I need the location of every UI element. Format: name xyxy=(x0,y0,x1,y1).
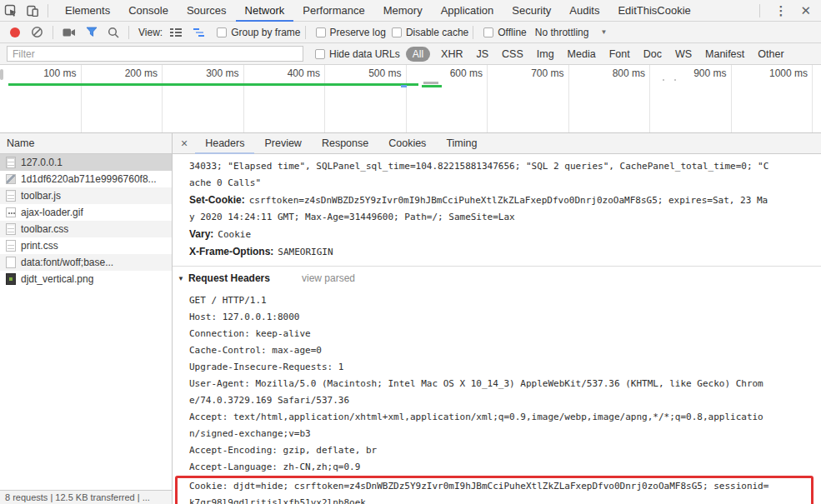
file-type-icon xyxy=(6,223,16,235)
device-toolbar-icon[interactable] xyxy=(22,0,43,21)
resource-type-filter[interactable]: CSS xyxy=(495,47,530,62)
throttling-dropdown[interactable]: No throttling ▼ xyxy=(535,27,608,38)
overview-tick-label: 700 ms xyxy=(531,65,568,79)
overview-tick-label: 100 ms xyxy=(43,65,80,79)
overview-gridline: 800 ms xyxy=(569,65,651,132)
more-options-icon[interactable]: ⋮ xyxy=(764,3,797,18)
resource-type-filter[interactable]: WS xyxy=(668,47,698,62)
preserve-log-checkbox[interactable] xyxy=(316,27,326,37)
filter-input[interactable] xyxy=(7,46,303,62)
panel-tab[interactable]: Audits xyxy=(560,0,608,22)
resource-type-filter[interactable]: Font xyxy=(603,47,637,62)
resource-type-filter[interactable]: Other xyxy=(751,47,790,62)
file-type-icon xyxy=(6,157,16,168)
panel-tab[interactable]: Sources xyxy=(178,0,236,22)
raw-header-line: Accept: text/html,application/xhtml+xml,… xyxy=(189,409,814,426)
resource-type-filter[interactable]: Doc xyxy=(637,47,668,62)
resource-type-filter[interactable]: XHR xyxy=(434,47,469,62)
overview-tick-label: 1000 ms xyxy=(769,65,812,79)
request-row[interactable]: data:font/woff;base... xyxy=(0,254,172,271)
disable-cache-label: Disable cache xyxy=(406,27,468,38)
request-headers-raw: GET / HTTP/1.1 Host: 127.0.0.1:8000 Conn… xyxy=(189,292,814,476)
close-details-icon[interactable]: × xyxy=(173,137,195,150)
details-tab[interactable]: Headers xyxy=(195,133,254,154)
overview-drag-handle[interactable] xyxy=(0,69,3,80)
cookie-highlight-box: Cookie: djdt=hide; csrftoken=z4sDnWBZDz5… xyxy=(175,476,813,504)
request-name: data:font/woff;base... xyxy=(21,257,113,268)
divider xyxy=(759,4,760,17)
request-row[interactable]: toolbar.js xyxy=(0,187,172,204)
overview-request-bar xyxy=(423,82,438,84)
header-name: X-Frame-Options: xyxy=(189,246,273,257)
panel-tabs: Elements Console Sources Network Perform… xyxy=(56,0,700,22)
view-parsed-link[interactable]: view parsed xyxy=(302,272,355,284)
details-tab[interactable]: Response xyxy=(312,133,378,154)
panel-tab[interactable]: Memory xyxy=(374,0,432,22)
overview-tick-label: 400 ms xyxy=(288,65,324,79)
request-row[interactable]: 1d1df6220ab711e9996760f8... xyxy=(0,171,172,187)
request-headers-section-header[interactable]: ▼Request Headersview parsed xyxy=(178,270,814,287)
header-value: SAMEORIGIN xyxy=(278,247,333,257)
resource-type-filter[interactable]: All xyxy=(406,47,430,62)
panel-tab[interactable]: Security xyxy=(503,0,560,22)
header-name: Vary: xyxy=(189,228,213,240)
timeline-overview[interactable]: 100 ms 200 ms 300 ms 400 ms 500 ms xyxy=(0,65,821,133)
overview-tick-label: 800 ms xyxy=(613,65,649,79)
resource-type-filter[interactable]: Media xyxy=(561,47,603,62)
request-row[interactable]: 127.0.0.1 xyxy=(0,154,172,171)
devtools-window: Elements Console Sources Network Perform… xyxy=(0,0,821,504)
overview-dots xyxy=(663,79,664,81)
file-type-icon xyxy=(6,257,16,268)
filter-icon[interactable] xyxy=(86,27,98,37)
inspect-element-icon[interactable] xyxy=(0,0,22,21)
resource-type-filter[interactable]: Img xyxy=(530,47,561,62)
details-tab[interactable]: Timing xyxy=(436,133,487,154)
cookie-header-line: Cookie: djdt=hide; csrftoken=z4sDnWBZDz5… xyxy=(189,478,811,495)
panel-tab[interactable]: Console xyxy=(119,0,178,22)
panel-tab[interactable]: Performance xyxy=(293,0,373,22)
header-value: Cookie xyxy=(218,229,251,240)
hide-data-urls-checkbox[interactable] xyxy=(315,49,325,59)
close-icon[interactable]: ✕ xyxy=(797,3,821,18)
header-value: 34033; "Elapsed time", SQLPanel_sql_time… xyxy=(189,161,768,172)
details-tab[interactable]: Preview xyxy=(254,133,311,154)
request-row[interactable]: print.css xyxy=(0,237,172,254)
panel-tab[interactable]: EditThisCookie xyxy=(608,0,699,22)
divider xyxy=(473,26,473,39)
record-button[interactable] xyxy=(10,27,20,37)
request-row[interactable]: toolbar.css xyxy=(0,221,172,237)
waterfall-icon[interactable] xyxy=(193,27,206,37)
devtools-tab-bar: Elements Console Sources Network Perform… xyxy=(0,0,821,22)
raw-header-line: n/signed-exchange;v=b3 xyxy=(189,426,814,442)
overview-gridline: 700 ms xyxy=(488,65,569,132)
capture-screenshots-icon[interactable] xyxy=(63,27,76,37)
overview-gridline: 1000 ms xyxy=(732,65,813,132)
search-icon[interactable] xyxy=(108,27,119,38)
panel-tab[interactable]: Application xyxy=(432,0,503,22)
request-row[interactable]: djdt_vertical.png xyxy=(0,271,172,287)
raw-header-line: e/74.0.3729.169 Safari/537.36 xyxy=(189,392,814,409)
divider xyxy=(128,26,129,39)
large-rows-icon[interactable] xyxy=(169,27,183,37)
offline-checkbox[interactable] xyxy=(483,27,493,37)
details-tab[interactable]: Cookies xyxy=(378,133,436,154)
panel-tab[interactable]: Network xyxy=(236,0,294,22)
response-headers-lines: 34033; "Elapsed time", SQLPanel_sql_time… xyxy=(189,158,814,261)
request-name: toolbar.css xyxy=(21,223,68,235)
disable-cache-checkbox[interactable] xyxy=(392,27,402,37)
details-tab-bar: × Headers Preview Response Cookies Timin… xyxy=(173,133,821,154)
summary-status-bar: 8 requests | 12.5 KB transferred | ... xyxy=(0,490,172,504)
resource-type-filter[interactable]: Manifest xyxy=(698,47,751,62)
divider xyxy=(53,26,53,39)
divider xyxy=(48,4,48,17)
clear-icon[interactable] xyxy=(31,26,43,38)
triangle-down-icon: ▼ xyxy=(178,275,184,282)
name-column-header[interactable]: Name xyxy=(0,133,172,154)
raw-header-line: GET / HTTP/1.1 xyxy=(189,292,814,309)
overview-tick-label: 500 ms xyxy=(368,65,405,79)
request-row[interactable]: ajax-loader.gif xyxy=(0,204,172,221)
panel-tab[interactable]: Elements xyxy=(56,0,119,22)
resource-type-filter[interactable]: JS xyxy=(469,47,495,62)
divider xyxy=(305,26,306,39)
group-by-frame-checkbox[interactable] xyxy=(217,27,227,37)
